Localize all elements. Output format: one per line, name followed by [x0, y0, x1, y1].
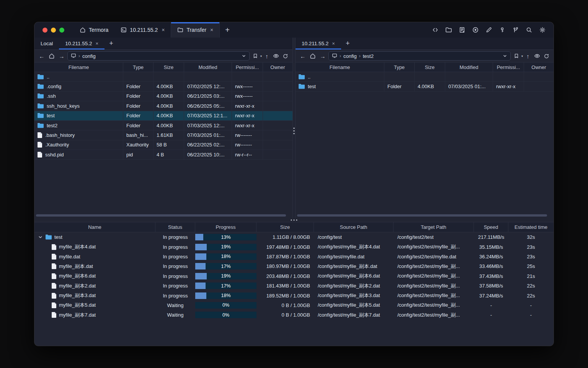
file-row[interactable]: testFolder4.00KB07/03/2025 12:1...rwxr-x… — [34, 111, 292, 121]
tab-remote-host[interactable]: 10.211.55.2 × — [296, 38, 341, 49]
window-tab-host[interactable]: 10.211.55.2 × — [114, 22, 171, 38]
column-header[interactable]: Modified — [184, 62, 232, 72]
refresh-icon[interactable] — [542, 52, 550, 60]
transfer-row[interactable]: myfile_副本4.datIn progress19%197.48MB / 1… — [34, 242, 554, 251]
show-hidden-icon[interactable] — [272, 52, 280, 60]
column-header[interactable]: Permissi... — [232, 62, 263, 72]
folder-icon[interactable] — [444, 25, 454, 35]
forward-icon[interactable]: → — [57, 52, 66, 60]
column-header[interactable]: Size — [256, 222, 314, 232]
window-tab-transfer[interactable]: Transfer × — [171, 22, 220, 38]
right-horizontal-scrollbar[interactable] — [296, 213, 554, 218]
transfer-row[interactable]: myfile_副本.datIn progress17%180.97MB / 1.… — [34, 261, 554, 271]
column-header[interactable]: Estimated time — [508, 222, 554, 232]
column-header[interactable]: Target Path — [394, 222, 474, 232]
transfer-table-header: Name Status Progress Size Source Path Ta… — [34, 222, 554, 232]
minimize-window-button[interactable] — [51, 28, 56, 33]
column-header[interactable]: Name — [34, 222, 155, 232]
close-icon[interactable]: × — [210, 27, 213, 33]
breadcrumb-segment[interactable]: test2 — [363, 53, 374, 59]
chevron-down-icon[interactable] — [503, 54, 507, 58]
column-header[interactable]: Size — [154, 62, 184, 72]
left-horizontal-scrollbar[interactable] — [34, 213, 292, 218]
record-icon[interactable] — [470, 25, 480, 35]
tab-remote-host[interactable]: 10.211.55.2 × — [59, 38, 105, 49]
target-path-cell: /config/test2/test — [394, 234, 474, 240]
settings-icon[interactable] — [537, 25, 547, 35]
file-row[interactable]: .XauthorityXauthority58 B06/22/2025 02:.… — [34, 140, 292, 150]
column-header[interactable]: Type — [123, 62, 154, 72]
column-header[interactable]: Size — [415, 62, 445, 72]
window-tab-termora[interactable]: Termora — [74, 22, 114, 38]
expand-chevron-icon[interactable] — [38, 235, 43, 239]
home-icon[interactable] — [309, 52, 317, 60]
horizontal-splitter[interactable] — [34, 218, 554, 222]
key-icon[interactable] — [497, 25, 507, 35]
bookmark-dropdown-icon[interactable]: ▾ — [521, 54, 523, 58]
code-icon[interactable] — [430, 25, 440, 35]
chevron-down-icon[interactable] — [242, 54, 246, 58]
zoom-window-button[interactable] — [59, 28, 64, 33]
breadcrumb-segment[interactable]: config — [343, 53, 357, 59]
column-header[interactable]: Type — [384, 62, 415, 72]
file-icon — [52, 254, 56, 260]
close-icon[interactable]: × — [332, 41, 335, 46]
file-row[interactable]: ssh_host_keysFolder4.00KB06/26/2025 05:.… — [34, 101, 292, 111]
breadcrumb-segment[interactable]: config — [82, 53, 96, 59]
transfer-row[interactable]: myfile_副本7.datWaiting0%0 B / 1.00GB/conf… — [34, 310, 554, 320]
column-header[interactable]: Permissi... — [493, 62, 524, 72]
transfer-row[interactable]: myfile_副本6.datIn progress19%203.48MB / 1… — [34, 271, 554, 281]
transfer-row[interactable]: testIn progress13%1.11GB / 8.00GB/config… — [34, 232, 554, 242]
bookmark-icon[interactable] — [512, 52, 521, 60]
left-panel-toolbar: ← → › config — [34, 50, 292, 62]
left-path-breadcrumb[interactable]: › config — [67, 51, 250, 61]
upload-icon[interactable]: ↑ — [263, 52, 271, 60]
search-icon[interactable] — [524, 25, 534, 35]
vertical-splitter[interactable] — [292, 38, 296, 218]
file-row[interactable]: .configFolder4.00KB07/02/2025 12:...rwx-… — [34, 82, 292, 91]
bookmark-dropdown-icon[interactable]: ▾ — [260, 54, 262, 58]
column-header[interactable]: Owner — [524, 62, 554, 72]
home-icon[interactable] — [47, 52, 56, 60]
column-header[interactable]: Owner — [263, 62, 292, 72]
column-header[interactable]: Progress — [195, 222, 256, 232]
file-row[interactable]: sshd.pidpid4 B06/22/2025 10:...rw-r--r-- — [34, 150, 292, 159]
show-hidden-icon[interactable] — [533, 52, 541, 60]
close-icon[interactable]: × — [96, 41, 99, 46]
size-cell: 58 B — [154, 140, 184, 150]
keychain-icon[interactable] — [511, 25, 521, 35]
tab-local[interactable]: Local — [34, 38, 59, 49]
transfer-row[interactable]: myfile_副本2.datIn progress17%181.43MB / 1… — [34, 281, 554, 291]
transfer-row[interactable]: myfile_副本3.datIn progress18%189.52MB / 1… — [34, 291, 554, 300]
refresh-icon[interactable] — [281, 52, 289, 60]
new-tab-button[interactable]: + — [341, 38, 354, 49]
forward-icon[interactable]: → — [318, 52, 327, 60]
transfer-row[interactable]: myfile_副本5.datWaiting0%0 B / 1.00GB/conf… — [34, 301, 554, 310]
scrollbar-thumb[interactable] — [36, 214, 286, 217]
file-row[interactable]: .sshFolder4.00KB06/21/2025 03:...rwx----… — [34, 92, 292, 101]
back-icon[interactable]: ← — [299, 52, 307, 60]
close-window-button[interactable] — [42, 28, 47, 33]
transfer-row[interactable]: myfile.datIn progress18%187.87MB / 1.00G… — [34, 252, 554, 261]
file-row[interactable]: .bash_historybash_hi...1.61KB07/03/2025 … — [34, 130, 292, 140]
column-header[interactable]: Filename — [34, 62, 123, 72]
log-icon[interactable] — [457, 25, 467, 35]
file-row[interactable]: .. — [296, 72, 554, 82]
file-row[interactable]: .. — [34, 72, 292, 82]
file-row[interactable]: testFolder4.00KB07/03/2025 01:...rwxr-xr… — [296, 82, 554, 91]
column-header[interactable]: Speed — [474, 222, 508, 232]
file-row[interactable]: test2Folder4.00KB07/03/2025 12:...rwxr-x… — [34, 121, 292, 130]
new-window-tab-button[interactable]: + — [220, 22, 235, 38]
bookmark-icon[interactable] — [251, 52, 260, 60]
edit-icon[interactable] — [484, 25, 494, 35]
upload-icon[interactable]: ↑ — [524, 52, 532, 60]
column-header[interactable]: Source Path — [314, 222, 394, 232]
column-header[interactable]: Filename — [296, 62, 384, 72]
column-header[interactable]: Status — [155, 222, 195, 232]
close-icon[interactable]: × — [162, 27, 165, 33]
back-icon[interactable]: ← — [38, 52, 46, 60]
right-path-breadcrumb[interactable]: › config › test2 — [328, 51, 511, 61]
new-tab-button[interactable]: + — [105, 38, 118, 49]
scrollbar-thumb[interactable] — [297, 214, 547, 217]
column-header[interactable]: Modified — [445, 62, 493, 72]
